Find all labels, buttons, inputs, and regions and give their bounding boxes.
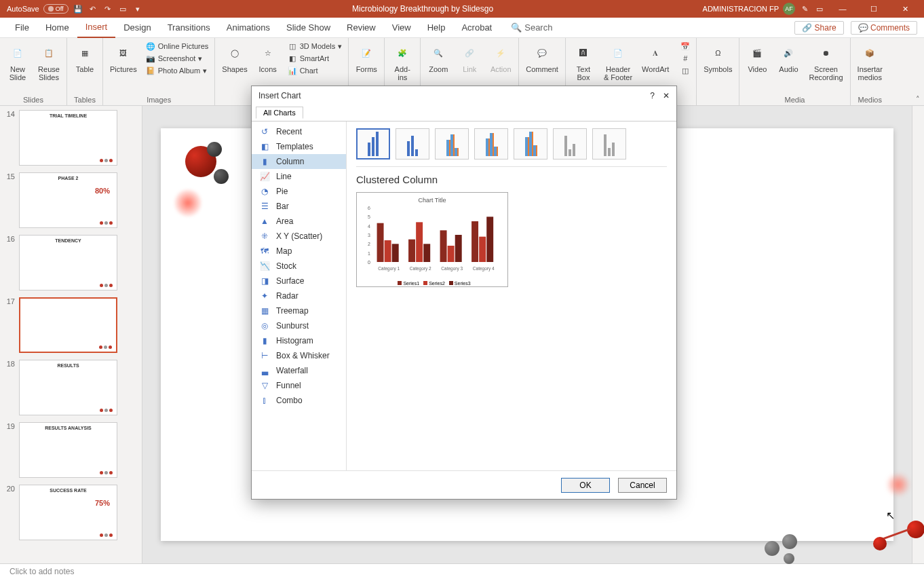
tab-file[interactable]: File xyxy=(7,18,37,38)
tab-animations[interactable]: Animations xyxy=(218,18,278,38)
subtype-column-5[interactable] xyxy=(553,128,587,160)
thumbnail-pane[interactable]: 14TRIAL TIMELINE15PHASE 280%16TENDENCY17… xyxy=(0,106,142,563)
thumbnail[interactable]: TRIAL TIMELINE xyxy=(19,110,117,166)
category-bar[interactable]: ☰Bar xyxy=(252,199,346,214)
qat-dropdown-icon[interactable]: ▾ xyxy=(132,3,143,14)
forms-button[interactable]: 📝Forms xyxy=(353,41,380,75)
category-radar[interactable]: ✦Radar xyxy=(252,288,346,303)
comment-button[interactable]: 💬Comment xyxy=(523,41,561,75)
link-button[interactable]: 🔗Link xyxy=(456,41,483,75)
undo-icon[interactable]: ↶ xyxy=(88,3,98,14)
dialog-close-button[interactable]: ✕ xyxy=(663,91,670,100)
category-column[interactable]: ▮Column xyxy=(252,154,346,169)
category-combo[interactable]: ⫿Combo xyxy=(252,393,346,408)
3d-models-button[interactable]: ◫3D Models ▾ xyxy=(286,41,345,52)
symbols-button[interactable]: ΩSymbols xyxy=(701,41,735,75)
category-stock[interactable]: 📉Stock xyxy=(252,259,346,274)
pictures-button[interactable]: 🖼Pictures xyxy=(107,41,140,75)
shapes-button[interactable]: ◯Shapes xyxy=(219,41,250,75)
table-button[interactable]: ▦Table xyxy=(71,41,98,75)
category-histogram[interactable]: ▮Histogram xyxy=(252,333,346,348)
dialog-title-text: Insert Chart xyxy=(258,91,301,100)
thumbnail[interactable]: PHASE 280% xyxy=(19,172,117,228)
share-button[interactable]: 🔗 Share xyxy=(794,21,843,35)
ribbon-options-icon[interactable]: ▭ xyxy=(814,3,825,14)
category-map[interactable]: 🗺Map xyxy=(252,244,346,259)
close-button[interactable]: ✕ xyxy=(891,0,919,18)
subtype-column-4[interactable] xyxy=(514,128,547,160)
chart-preview-thumbnail[interactable]: Chart Title 0123456Category 1Category 2C… xyxy=(356,192,508,287)
thumbnail[interactable]: SUCCESS RATE75% xyxy=(19,485,117,540)
user-avatar[interactable]: AF xyxy=(783,3,795,15)
thumbnail[interactable]: RESULTS ANALYSIS xyxy=(19,422,117,478)
svg-text:Category 4: Category 4 xyxy=(473,266,495,271)
wordart-button[interactable]: 𝐀WordArt xyxy=(639,41,672,75)
insertar-medios-button[interactable]: 📦Insertar medios xyxy=(855,41,885,83)
notes-pane[interactable]: Click to add notes xyxy=(0,563,924,581)
header-footer-button[interactable]: 📄Header & Footer xyxy=(601,41,635,83)
tab-insert[interactable]: Insert xyxy=(77,18,116,38)
category-pie[interactable]: ◔Pie xyxy=(252,184,346,199)
tab-all-charts[interactable]: All Charts xyxy=(256,107,303,119)
maximize-button[interactable]: ☐ xyxy=(860,0,887,18)
category-area[interactable]: ▲Area xyxy=(252,214,346,229)
audio-button[interactable]: 🔊Audio xyxy=(775,41,802,75)
subtype-column-3[interactable] xyxy=(474,128,508,160)
addins-button[interactable]: 🧩Add- ins xyxy=(389,41,416,83)
category-funnel[interactable]: ▽Funnel xyxy=(252,378,346,393)
subtype-column-6[interactable] xyxy=(592,128,626,160)
search-box[interactable]: 🔍 Search xyxy=(511,22,552,33)
cancel-button[interactable]: Cancel xyxy=(618,478,667,493)
category-surface[interactable]: ◨Surface xyxy=(252,274,346,288)
save-icon[interactable]: 💾 xyxy=(73,3,83,14)
category-recent[interactable]: ↺Recent xyxy=(252,124,346,139)
smartart-button[interactable]: ◧SmartArt xyxy=(286,53,345,64)
category-treemap[interactable]: ▦Treemap xyxy=(252,303,346,318)
subtype-column-0[interactable] xyxy=(356,128,390,160)
tab-view[interactable]: View xyxy=(384,18,419,38)
chart-button[interactable]: 📊Chart xyxy=(286,65,345,76)
ok-button[interactable]: OK xyxy=(561,478,610,493)
textbox-button[interactable]: 🅰Text Box xyxy=(570,41,597,83)
comments-button[interactable]: 💬 Comments xyxy=(851,21,917,35)
slideshow-icon[interactable]: ▭ xyxy=(117,3,128,14)
screenshot-button[interactable]: 📷Screenshot ▾ xyxy=(144,53,211,64)
slide-number-button[interactable]: # xyxy=(678,53,692,64)
collapse-ribbon-icon[interactable]: ˄ xyxy=(916,95,920,104)
action-button[interactable]: ⚡Action xyxy=(487,41,514,75)
icons-button[interactable]: ☆Icons xyxy=(254,41,282,75)
category-box-whisker[interactable]: ⊢Box & Whisker xyxy=(252,348,346,363)
date-time-button[interactable]: 📅 xyxy=(678,41,692,52)
online-pictures-button[interactable]: 🌐Online Pictures xyxy=(144,41,211,52)
category-waterfall[interactable]: ▃Waterfall xyxy=(252,363,346,378)
vertical-scrollbar[interactable] xyxy=(912,106,924,563)
dialog-help-button[interactable]: ? xyxy=(650,91,655,100)
object-button[interactable]: ◫ xyxy=(678,65,692,76)
autosave-toggle[interactable]: Off xyxy=(43,4,69,14)
tab-design[interactable]: Design xyxy=(115,18,159,38)
video-button[interactable]: 🎬Video xyxy=(744,41,771,75)
tab-review[interactable]: Review xyxy=(339,18,384,38)
tab-slideshow[interactable]: Slide Show xyxy=(278,18,339,38)
tab-home[interactable]: Home xyxy=(37,18,77,38)
subtype-column-1[interactable] xyxy=(396,128,429,160)
photo-album-button[interactable]: 📔Photo Album ▾ xyxy=(144,65,211,76)
category-sunburst[interactable]: ◎Sunburst xyxy=(252,318,346,333)
category-line[interactable]: 📈Line xyxy=(252,169,346,184)
new-slide-button[interactable]: 📄New Slide xyxy=(4,41,31,83)
screen-recording-button[interactable]: ⏺Screen Recording xyxy=(806,41,845,83)
tab-help[interactable]: Help xyxy=(419,18,454,38)
pen-icon[interactable]: ✎ xyxy=(799,3,810,14)
thumbnail[interactable] xyxy=(19,297,117,353)
reuse-slides-button[interactable]: 📋Reuse Slides xyxy=(35,41,62,83)
zoom-button[interactable]: 🔍Zoom xyxy=(425,41,452,75)
redo-icon[interactable]: ↷ xyxy=(102,3,113,14)
thumbnail[interactable]: TENDENCY xyxy=(19,235,117,290)
tab-transitions[interactable]: Transitions xyxy=(159,18,218,38)
category-x-y-scatter-[interactable]: ⁜X Y (Scatter) xyxy=(252,229,346,244)
tab-acrobat[interactable]: Acrobat xyxy=(453,18,500,38)
minimize-button[interactable]: — xyxy=(829,0,856,18)
subtype-column-2[interactable] xyxy=(435,128,469,160)
category-templates[interactable]: ◧Templates xyxy=(252,139,346,154)
thumbnail[interactable]: RESULTS xyxy=(19,360,117,415)
